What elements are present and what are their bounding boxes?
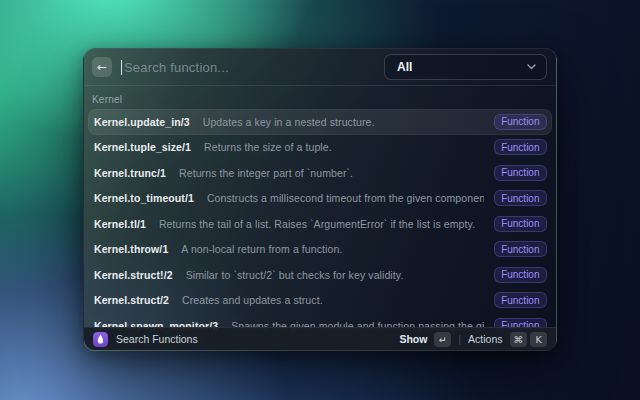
k-key-icon: K xyxy=(530,332,547,347)
result-description: Returns the tail of a list. Raises `Argu… xyxy=(159,218,484,230)
result-description: Returns the integer part of `number`. xyxy=(179,167,484,179)
result-title: Kernel.struct!/2 xyxy=(94,269,173,281)
result-type-badge: Function xyxy=(494,165,547,181)
desktop-background: ← Search function... All Kernel Kernel.u… xyxy=(0,0,640,400)
result-title: Kernel.tl/1 xyxy=(94,218,146,230)
result-description: Creates and updates a struct. xyxy=(182,294,484,306)
result-description: Constructs a millisecond timeout from th… xyxy=(207,192,484,204)
filter-dropdown-value: All xyxy=(397,60,412,74)
results-rows: Kernel.update_in/3 Updates a key in a ne… xyxy=(84,109,556,339)
search-header: ← Search function... All xyxy=(84,49,556,86)
back-arrow-icon: ← xyxy=(97,57,107,77)
result-title: Kernel.tuple_size/1 xyxy=(94,141,191,153)
text-caret xyxy=(121,60,122,75)
result-title: Kernel.update_in/3 xyxy=(94,116,190,128)
elixir-drop-icon xyxy=(93,332,108,347)
back-button[interactable]: ← xyxy=(92,57,112,77)
search-placeholder: Search function... xyxy=(124,60,229,75)
result-type-badge: Function xyxy=(494,114,547,130)
result-title: Kernel.throw/1 xyxy=(94,243,168,255)
result-row[interactable]: Kernel.tuple_size/1 Returns the size of … xyxy=(88,135,552,161)
result-type-badge: Function xyxy=(494,216,547,232)
show-label: Show xyxy=(399,333,427,345)
search-input[interactable]: Search function... xyxy=(121,49,384,85)
result-row[interactable]: Kernel.struct/2 Creates and updates a st… xyxy=(88,288,552,314)
footer-divider: | xyxy=(458,334,461,345)
result-row[interactable]: Kernel.trunc/1 Returns the integer part … xyxy=(88,160,552,186)
result-type-badge: Function xyxy=(494,190,547,206)
section-header: Kernel xyxy=(92,94,548,105)
filter-dropdown[interactable]: All xyxy=(384,54,547,80)
cmd-key-icon: ⌘ xyxy=(510,332,528,347)
result-title: Kernel.trunc/1 xyxy=(94,167,166,179)
result-row[interactable]: Kernel.throw/1 A non-local return from a… xyxy=(88,237,552,263)
result-description: Similar to `struct/2` but checks for key… xyxy=(186,269,484,281)
result-title: Kernel.struct/2 xyxy=(94,294,169,306)
actions-button[interactable]: Actions xyxy=(468,333,502,345)
actions-shortcut[interactable]: ⌘ K xyxy=(510,332,548,347)
search-functions-window: ← Search function... All Kernel Kernel.u… xyxy=(83,48,557,351)
result-type-badge: Function xyxy=(494,292,547,308)
footer-actions-area: Show ↵ | Actions ⌘ K xyxy=(399,332,547,347)
result-type-badge: Function xyxy=(494,241,547,257)
show-button[interactable]: Show xyxy=(399,333,427,345)
chevron-down-icon xyxy=(527,64,536,70)
result-title: Kernel.to_timeout/1 xyxy=(94,192,194,204)
result-description: Updates a key in a nested structure. xyxy=(203,116,484,128)
result-type-badge: Function xyxy=(494,267,547,283)
results-list: Kernel Kernel.update_in/3 Updates a key … xyxy=(84,87,556,350)
result-description: A non-local return from a function. xyxy=(181,243,483,255)
result-row[interactable]: Kernel.update_in/3 Updates a key in a ne… xyxy=(88,109,552,135)
result-row[interactable]: Kernel.tl/1 Returns the tail of a list. … xyxy=(88,211,552,237)
actions-label: Actions xyxy=(468,333,502,345)
return-key-icon[interactable]: ↵ xyxy=(434,332,451,347)
result-description: Returns the size of a tuple. xyxy=(204,141,484,153)
footer-bar: Search Functions Show ↵ | Actions ⌘ K xyxy=(84,327,556,350)
result-type-badge: Function xyxy=(494,139,547,155)
result-row[interactable]: Kernel.struct!/2 Similar to `struct/2` b… xyxy=(88,262,552,288)
footer-app-label: Search Functions xyxy=(116,333,198,345)
result-row[interactable]: Kernel.to_timeout/1 Constructs a millise… xyxy=(88,186,552,212)
